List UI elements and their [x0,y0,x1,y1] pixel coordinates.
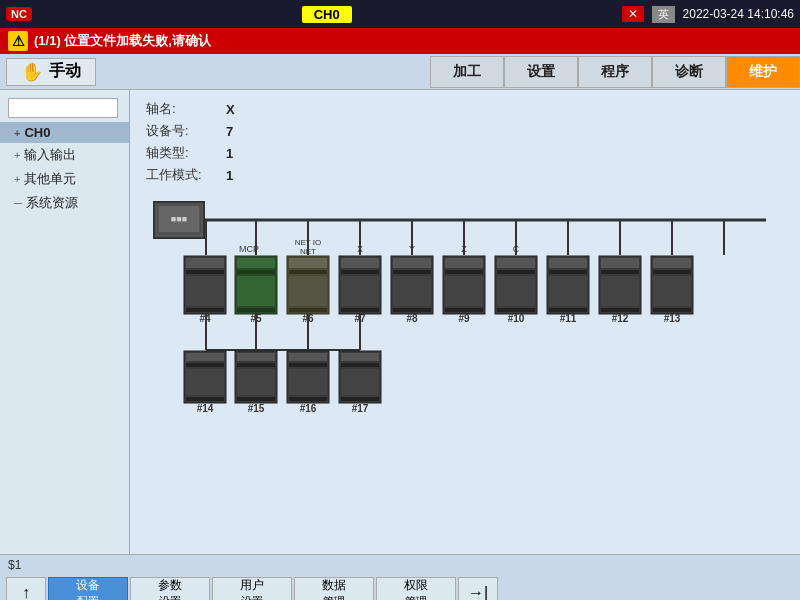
svg-text:#11: #11 [560,313,577,324]
label-axis: 轴名: [146,100,226,118]
svg-rect-78 [653,270,691,274]
label-workmode: 工作模式: [146,166,226,184]
svg-rect-48 [393,270,431,274]
svg-rect-31 [237,276,275,306]
svg-rect-101 [289,363,327,367]
bus-svg: ■■■ MCP NET IO [146,200,766,420]
svg-rect-66 [549,270,587,274]
svg-text:#12: #12 [612,313,629,324]
data-manage-button[interactable]: 数据 管理 [294,577,374,600]
value-axis: X [226,102,235,117]
svg-rect-47 [393,258,431,268]
arrow-up-button[interactable]: ↑ [6,577,46,600]
arrow-right-button[interactable]: →| [458,577,498,600]
mode-bar: ✋ 手动 加工 设置 程序 诊断 维护 [0,54,800,90]
sidebar-item-ch0[interactable]: + CH0 [0,122,129,143]
svg-text:MCP: MCP [239,244,259,254]
svg-text:#13: #13 [664,313,681,324]
titlebar-left: NC [6,7,32,21]
warning-bar: ⚠ (1/1) 位置文件加载失败,请确认 [0,28,800,54]
svg-rect-41 [341,258,379,268]
hand-icon: ✋ [21,61,43,83]
tab-settings[interactable]: 设置 [504,56,578,88]
expand-icon-other: + [14,173,20,185]
param-label-line2: 设置 [159,594,181,600]
svg-rect-106 [341,353,379,361]
svg-rect-55 [445,276,483,306]
language-badge[interactable]: 英 [652,6,675,23]
svg-text:NET IO: NET IO [295,238,322,247]
info-row-workmode: 工作模式: 1 [146,166,784,184]
info-row-axis: 轴名: X [146,100,784,118]
svg-rect-108 [341,369,379,395]
svg-text:Y: Y [409,244,415,254]
expand-icon-io: + [14,149,20,161]
sidebar-item-system[interactable]: ─ 系统资源 [0,191,129,215]
param-settings-button[interactable]: 参数 设置 [130,577,210,600]
manual-mode-label: ✋ 手动 [6,58,96,86]
svg-rect-44 [341,308,379,312]
tab-diagnosis[interactable]: 诊断 [652,56,726,88]
svg-rect-54 [445,270,483,274]
svg-text:C: C [513,244,520,254]
svg-rect-23 [186,258,224,268]
close-button[interactable]: ✕ [622,6,644,22]
nav-tabs: 加工 设置 程序 诊断 维护 [430,56,800,88]
data-label-line2: 管理 [323,594,345,600]
main-area: + CH0 + 输入输出 + 其他单元 ─ 系统资源 轴名: X 设备号: 7 [0,90,800,554]
info-row-device: 设备号: 7 [146,122,784,140]
status-bar: $1 [0,554,800,574]
svg-rect-94 [237,353,275,361]
svg-rect-50 [393,308,431,312]
sidebar-other-label: 其他单元 [24,170,76,188]
data-label-line1: 数据 [322,577,346,594]
svg-text:X: X [357,244,363,254]
svg-rect-65 [549,258,587,268]
user-label-line1: 用户 [240,577,264,594]
svg-rect-37 [289,276,327,306]
search-input[interactable] [8,98,118,118]
param-label-line1: 参数 [158,577,182,594]
svg-text:#15: #15 [248,403,265,414]
svg-text:■■■: ■■■ [171,214,187,224]
svg-rect-91 [186,397,224,401]
sidebar-item-other[interactable]: + 其他单元 [0,167,129,191]
svg-rect-60 [497,270,535,274]
svg-rect-32 [237,308,275,312]
device-config-label-line1: 设备 [76,577,100,594]
sidebar-item-io[interactable]: + 输入输出 [0,143,129,167]
user-settings-button[interactable]: 用户 设置 [212,577,292,600]
svg-rect-68 [549,308,587,312]
svg-rect-90 [186,369,224,395]
svg-rect-61 [497,276,535,306]
svg-rect-25 [186,276,224,306]
titlebar-right: ✕ 英 2022-03-24 14:10:46 [622,6,794,23]
label-axistype: 轴类型: [146,144,226,162]
svg-rect-53 [445,258,483,268]
bus-diagram: ■■■ MCP NET IO [146,200,784,423]
tab-machining[interactable]: 加工 [430,56,504,88]
tab-program[interactable]: 程序 [578,56,652,88]
svg-rect-71 [601,258,639,268]
toolbar: ↑ 设备 配置 参数 设置 用户 设置 数据 管理 权限 管理 →| [0,574,800,600]
svg-rect-38 [289,308,327,312]
tab-maintenance[interactable]: 维护 [726,56,800,88]
svg-text:#14: #14 [197,403,214,414]
svg-rect-103 [289,397,327,401]
mode-text: 手动 [49,61,81,82]
svg-rect-62 [497,308,535,312]
svg-text:#10: #10 [508,313,525,324]
permission-manage-button[interactable]: 权限 管理 [376,577,456,600]
datetime-label: 2022-03-24 14:10:46 [683,7,794,21]
svg-rect-35 [289,258,327,268]
svg-rect-73 [601,276,639,306]
expand-icon-system: ─ [14,197,22,209]
sidebar-ch0-label: CH0 [24,125,50,140]
device-config-button[interactable]: 设备 配置 [48,577,128,600]
warning-left: ⚠ (1/1) 位置文件加载失败,请确认 [8,31,211,51]
svg-rect-43 [341,276,379,306]
value-workmode: 1 [226,168,233,183]
svg-text:#16: #16 [300,403,317,414]
svg-rect-77 [653,258,691,268]
svg-rect-80 [653,308,691,312]
